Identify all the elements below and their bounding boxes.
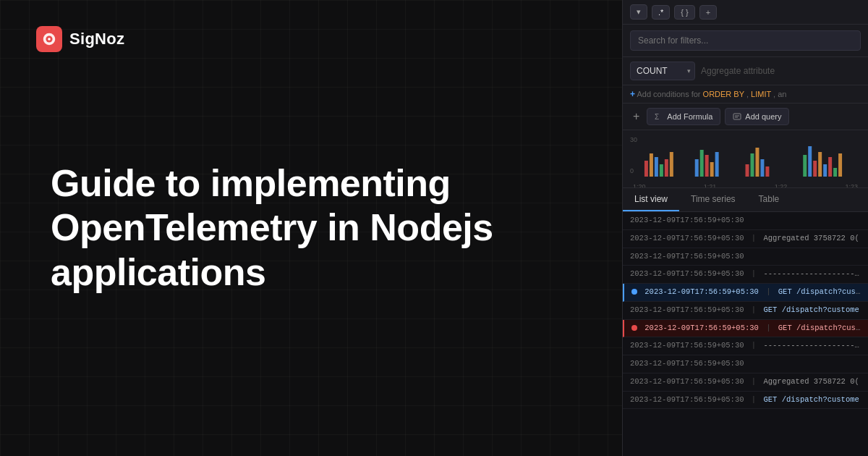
svg-rect-18 bbox=[746, 164, 749, 177]
chart-y-bottom: 0 bbox=[630, 167, 634, 174]
log-content: ---------------------- bbox=[763, 341, 864, 350]
svg-text:Σ: Σ bbox=[655, 113, 659, 121]
svg-rect-25 bbox=[813, 161, 817, 177]
log-row[interactable]: 2023-12-09T17:56:59+05:30 | ------------… bbox=[623, 337, 868, 355]
log-row[interactable]: 2023-12-09T17:56:59+05:30 | ------------… bbox=[623, 266, 868, 284]
plus-icon: + bbox=[630, 89, 635, 99]
log-row-blue[interactable]: 2023-12-09T17:56:59+05:30 | GET /dispatc… bbox=[623, 284, 868, 302]
hero-title: Guide to implementing OpenTelemetry in N… bbox=[51, 161, 542, 295]
log-list: 2023-12-09T17:56:59+05:30 2023-12-09T17:… bbox=[623, 212, 868, 456]
right-panel: ▾ .* { } + COUNT SUM AVG MAX MIN ▾ Aggre… bbox=[622, 0, 868, 456]
log-method: GET /dispatch?custome bbox=[763, 395, 859, 404]
separator: | bbox=[752, 269, 756, 278]
svg-rect-9 bbox=[655, 157, 658, 177]
log-method: GET /dispatch?custome bbox=[763, 305, 859, 314]
search-input[interactable] bbox=[630, 30, 861, 51]
svg-point-2 bbox=[48, 38, 51, 41]
separator: | bbox=[752, 377, 756, 386]
log-content: ---------------------- bbox=[763, 269, 864, 278]
count-select-wrap: COUNT SUM AVG MAX MIN ▾ bbox=[630, 62, 695, 80]
svg-rect-19 bbox=[750, 153, 754, 177]
svg-rect-13 bbox=[695, 159, 699, 177]
log-row[interactable]: 2023-12-09T17:56:59+05:30 bbox=[623, 355, 868, 373]
log-timestamp: 2023-12-09T17:56:59+05:30 bbox=[630, 234, 744, 242]
svg-rect-20 bbox=[755, 148, 759, 177]
chart-x-labels: 1:20 1:21 1:22 1:23 bbox=[630, 183, 861, 188]
logo-area: SigNoz bbox=[36, 26, 124, 52]
search-bar bbox=[623, 25, 868, 57]
aggregate-placeholder: Aggregate attribute bbox=[701, 66, 861, 76]
chevron-down-btn[interactable]: ▾ bbox=[630, 4, 647, 20]
log-timestamp: 2023-12-09T17:56:59+05:30 bbox=[630, 395, 744, 404]
log-row[interactable]: 2023-12-09T17:56:59+05:30 bbox=[623, 212, 868, 230]
separator: | bbox=[752, 395, 756, 404]
log-content: Aggregated 3758722 0( bbox=[763, 234, 859, 242]
log-row[interactable]: 2023-12-09T17:56:59+05:30 | Aggregated 3… bbox=[623, 230, 868, 248]
log-row[interactable]: 2023-12-09T17:56:59+05:30 | GET /dispatc… bbox=[623, 302, 868, 320]
svg-rect-22 bbox=[765, 166, 769, 177]
add-query-button[interactable]: Add query bbox=[725, 108, 789, 125]
log-timestamp: 2023-12-09T17:56:59+05:30 bbox=[630, 377, 744, 386]
log-timestamp: 2023-12-09T17:56:59+05:30 bbox=[644, 324, 759, 332]
svg-rect-11 bbox=[665, 159, 668, 177]
regex-btn[interactable]: .* bbox=[652, 5, 670, 20]
svg-rect-24 bbox=[808, 146, 812, 177]
svg-rect-29 bbox=[833, 168, 837, 177]
conditions-and: , an bbox=[773, 90, 786, 98]
svg-rect-8 bbox=[650, 153, 653, 177]
order-by-keyword: ORDER BY bbox=[703, 90, 744, 98]
tab-list-view[interactable]: List view bbox=[623, 188, 679, 211]
conditions-prefix: Add conditions for bbox=[637, 90, 702, 98]
svg-rect-15 bbox=[705, 155, 709, 177]
tab-time-series[interactable]: Time series bbox=[679, 188, 747, 211]
dot-blue-icon bbox=[631, 289, 637, 295]
svg-rect-17 bbox=[715, 152, 719, 177]
chart-area: 30 0 bbox=[623, 130, 868, 188]
log-content: Aggregated 3758722 0( bbox=[763, 377, 859, 386]
svg-rect-30 bbox=[838, 153, 842, 177]
log-method: GET /dispatch?custome bbox=[778, 324, 868, 332]
separator: | bbox=[766, 324, 770, 332]
conditions-row: + Add conditions for ORDER BY , LIMIT , … bbox=[623, 85, 868, 104]
log-timestamp: 2023-12-09T17:56:59+05:30 bbox=[630, 252, 744, 261]
separator: | bbox=[752, 341, 756, 350]
log-timestamp: 2023-12-09T17:56:59+05:30 bbox=[630, 305, 744, 314]
svg-rect-12 bbox=[670, 152, 673, 177]
log-timestamp: 2023-12-09T17:56:59+05:30 bbox=[630, 269, 744, 278]
add-formula-label: Add Formula bbox=[667, 112, 712, 121]
log-timestamp: 2023-12-09T17:56:59+05:30 bbox=[644, 287, 759, 296]
separator: | bbox=[752, 234, 756, 242]
log-row[interactable]: 2023-12-09T17:56:59+05:30 | Aggregated 3… bbox=[623, 373, 868, 392]
svg-rect-16 bbox=[710, 162, 714, 177]
plus-btn[interactable]: + bbox=[699, 5, 717, 20]
log-row-red[interactable]: 2023-12-09T17:56:59+05:30 | GET /dispatc… bbox=[623, 320, 868, 338]
separator: | bbox=[766, 287, 770, 296]
limit-keyword: LIMIT bbox=[751, 90, 771, 98]
separator: | bbox=[752, 305, 756, 314]
chart-x-label-2: 1:21 bbox=[704, 183, 717, 188]
chart-svg bbox=[630, 139, 861, 179]
log-timestamp: 2023-12-09T17:56:59+05:30 bbox=[630, 341, 744, 350]
chart-x-label-1: 1:20 bbox=[633, 183, 646, 188]
log-row[interactable]: 2023-12-09T17:56:59+05:30 | GET /dispatc… bbox=[623, 392, 868, 410]
svg-rect-4 bbox=[733, 114, 741, 119]
add-formula-button[interactable]: Σ Add Formula bbox=[647, 108, 720, 125]
toolbar-top: ▾ .* { } + bbox=[623, 0, 868, 25]
svg-rect-27 bbox=[823, 164, 827, 177]
tab-table[interactable]: Table bbox=[747, 188, 791, 211]
add-plus-icon[interactable]: + bbox=[630, 110, 642, 123]
svg-rect-26 bbox=[818, 152, 822, 177]
svg-rect-14 bbox=[700, 150, 704, 177]
dot-red-icon bbox=[631, 325, 637, 331]
formula-row: + Σ Add Formula Add query bbox=[623, 104, 868, 130]
chart-x-label-3: 1:22 bbox=[775, 183, 788, 188]
svg-rect-28 bbox=[828, 157, 832, 177]
chart-x-label-4: 1:23 bbox=[845, 183, 858, 188]
count-select[interactable]: COUNT SUM AVG MAX MIN bbox=[630, 62, 695, 80]
logo-text: SigNoz bbox=[69, 30, 124, 48]
view-tabs: List view Time series Table bbox=[623, 188, 868, 212]
log-row[interactable]: 2023-12-09T17:56:59+05:30 bbox=[623, 248, 868, 266]
signoz-logo-icon bbox=[36, 26, 62, 52]
log-timestamp: 2023-12-09T17:56:59+05:30 bbox=[630, 216, 744, 224]
json-btn[interactable]: { } bbox=[674, 5, 694, 20]
